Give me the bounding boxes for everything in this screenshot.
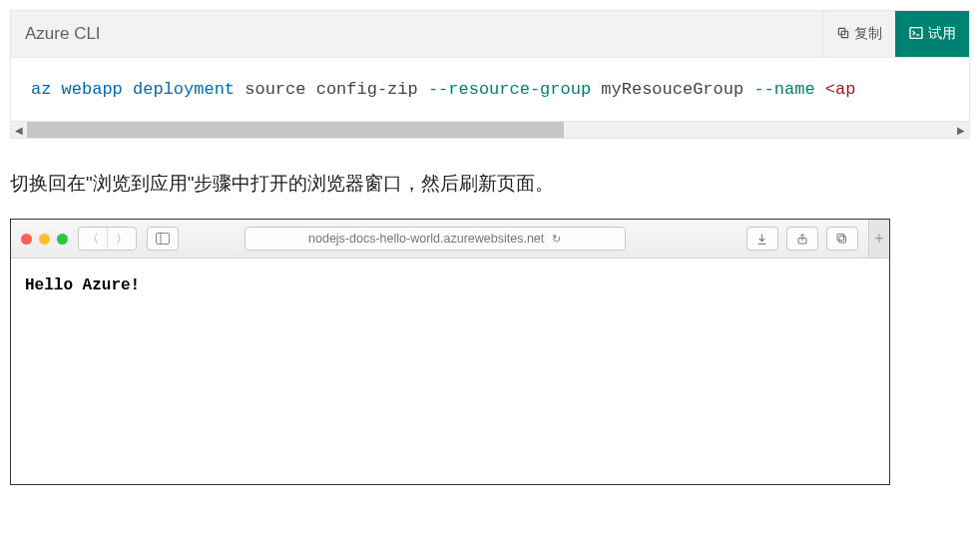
download-icon: [755, 233, 768, 246]
instruction-text: 切换回在"浏览到应用"步骤中打开的浏览器窗口，然后刷新页面。: [10, 169, 970, 199]
svg-rect-6: [839, 237, 846, 244]
new-tab-button[interactable]: +: [868, 220, 889, 258]
browser-toolbar: 〈 〉 nodejs-docs-hello-world.azurewebsite…: [11, 220, 889, 259]
reload-icon[interactable]: ↻: [552, 233, 561, 246]
close-window-icon[interactable]: [21, 234, 32, 245]
svg-rect-2: [910, 27, 922, 38]
code-token: deployment: [133, 80, 235, 99]
scroll-right-arrow-icon[interactable]: ▶: [953, 125, 969, 136]
plus-icon: +: [874, 230, 883, 248]
download-button[interactable]: [746, 227, 778, 251]
svg-rect-7: [837, 235, 844, 242]
address-bar[interactable]: nodejs-docs-hello-world.azurewebsites.ne…: [245, 227, 626, 251]
back-button[interactable]: 〈: [79, 228, 107, 250]
url-text: nodejs-docs-hello-world.azurewebsites.ne…: [308, 232, 544, 246]
code-block-header: Azure CLI 复制: [11, 11, 969, 58]
code-token: --name: [753, 80, 814, 99]
code-token: [51, 80, 61, 99]
tabs-button[interactable]: [826, 227, 858, 251]
horizontal-scrollbar[interactable]: ◀ ▶: [11, 121, 969, 138]
code-token: [123, 80, 133, 99]
copy-icon: [836, 26, 850, 43]
try-it-button-label: 试用: [928, 25, 956, 43]
code-token: webapp: [62, 80, 123, 99]
share-icon: [796, 233, 808, 246]
code-token: myResouceGroup: [591, 80, 753, 99]
chevron-right-icon: 〉: [116, 231, 128, 248]
chevron-left-icon: 〈: [87, 231, 99, 248]
sidebar-icon: [156, 233, 170, 245]
sidebar-toggle-button[interactable]: [147, 227, 179, 251]
code-block: Azure CLI 复制: [10, 10, 970, 139]
code-language-label: Azure CLI: [11, 11, 115, 57]
code-content: az webapp deployment source config-zip -…: [11, 58, 969, 121]
window-controls: [21, 234, 68, 245]
code-token: <ap: [825, 80, 856, 99]
code-token: [815, 80, 825, 99]
code-token: source config-zip: [235, 80, 428, 99]
tabs-icon: [835, 233, 848, 245]
scrollbar-thumb[interactable]: [27, 122, 564, 138]
copy-button-label: 复制: [854, 25, 882, 43]
scrollbar-track[interactable]: [27, 122, 953, 138]
code-token: az: [31, 80, 51, 99]
copy-button[interactable]: 复制: [822, 11, 895, 57]
share-button[interactable]: [786, 227, 818, 251]
browser-page-content: Hello Azure!: [11, 259, 889, 484]
svg-rect-3: [157, 234, 170, 245]
maximize-window-icon[interactable]: [57, 234, 68, 245]
code-block-actions: 复制 试用: [822, 11, 969, 57]
forward-button[interactable]: 〉: [107, 228, 136, 250]
try-it-button[interactable]: 试用: [895, 11, 969, 57]
code-token: --resource-group: [428, 80, 591, 99]
nav-back-forward-group: 〈 〉: [78, 227, 137, 251]
toolbar-right-group: [746, 227, 858, 251]
minimize-window-icon[interactable]: [39, 234, 50, 245]
scroll-left-arrow-icon[interactable]: ◀: [11, 125, 27, 136]
browser-window: 〈 〉 nodejs-docs-hello-world.azurewebsite…: [10, 219, 890, 485]
terminal-icon: [908, 25, 924, 44]
